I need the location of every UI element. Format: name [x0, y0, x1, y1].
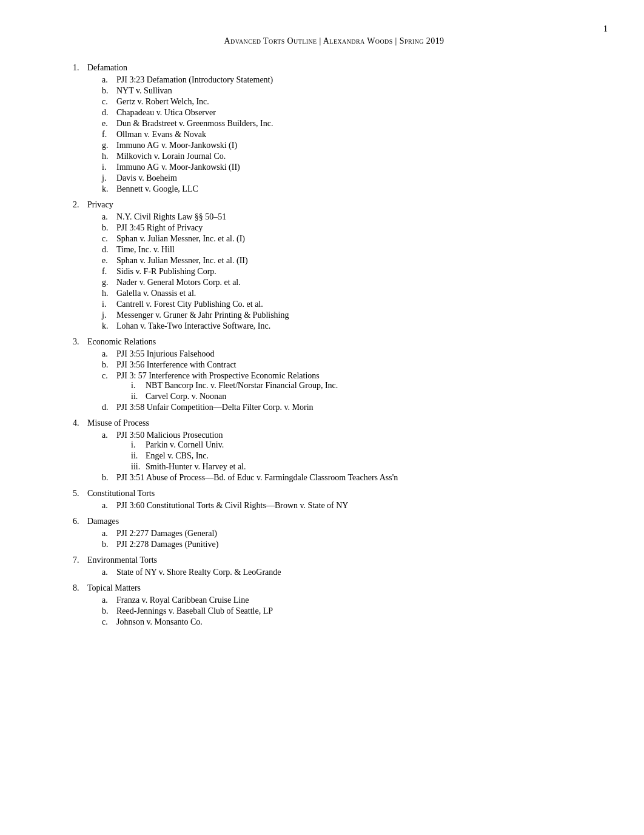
section-2-item-9: j.Messenger v. Gruner & Jahr Printing & …	[102, 310, 595, 320]
section-2-item-3: d.Time, Inc. v. Hill	[102, 245, 595, 255]
section-4-item-0: a.PJI 3:50 Malicious Prosecutioni.Parkin…	[102, 431, 595, 472]
section-2-title-text: Privacy	[87, 200, 595, 210]
section-8-title: 8.Topical Matters	[73, 583, 595, 593]
section-2-item-2-text: Sphan v. Julian Messner, Inc. et al. (I)	[116, 234, 595, 244]
section-8-item-2-text: Johnson v. Monsanto Co.	[116, 617, 595, 627]
section-4-item-0-text: PJI 3:50 Malicious Prosecution	[116, 431, 595, 440]
section-6-item-1-label: b.	[102, 540, 113, 549]
section-1-item-5-text: Ollman v. Evans & Novak	[116, 130, 595, 139]
section-2-item-10: k.Lohan v. Take-Two Interactive Software…	[102, 321, 595, 331]
section-2-item-8-text: Cantrell v. Forest City Publishing Co. e…	[116, 300, 595, 309]
section-6-title-text: Damages	[87, 517, 595, 526]
section-3: 3.Economic Relationsa.PJI 3:55 Injurious…	[73, 337, 595, 412]
section-4-title-text: Misuse of Process	[87, 418, 595, 428]
section-2-item-4: e.Sphan v. Julian Messner, Inc. et al. (…	[102, 256, 595, 266]
section-1-item-9-label: j.	[102, 173, 113, 183]
section-4: 4.Misuse of Processa.PJI 3:50 Malicious …	[73, 418, 595, 483]
section-7: 7.Environmental Tortsa.State of NY v. Sh…	[73, 555, 595, 577]
section-4-items: a.PJI 3:50 Malicious Prosecutioni.Parkin…	[102, 431, 595, 483]
section-1-item-8-label: i.	[102, 163, 113, 172]
section-2-number: 2.	[73, 200, 84, 210]
section-7-title: 7.Environmental Torts	[73, 555, 595, 565]
section-2-item-4-label: e.	[102, 256, 113, 266]
page-number: 1	[603, 24, 608, 34]
sub-1-text: Carvel Corp. v. Noonan	[146, 392, 595, 401]
section-3-item-0-text: PJI 3:55 Injurious Falsehood	[116, 349, 595, 359]
sub-2-label: iii.	[131, 462, 142, 472]
section-2-item-7-label: h.	[102, 289, 113, 298]
section-7-item-0-text: State of NY v. Shore Realty Corp. & LeoG…	[116, 568, 595, 577]
section-1-item-5: f.Ollman v. Evans & Novak	[102, 130, 595, 139]
section-4-item-1: b.PJI 3:51 Abuse of Process—Bd. of Educ …	[102, 473, 595, 483]
section-8-item-0: a.Franza v. Royal Caribbean Cruise Line	[102, 595, 595, 605]
section-5-title: 5.Constitutional Torts	[73, 489, 595, 498]
section-1-item-1-label: b.	[102, 86, 113, 96]
sub-0-label: i.	[131, 381, 142, 391]
section-4-title: 4.Misuse of Process	[73, 418, 595, 428]
section-7-items: a.State of NY v. Shore Realty Corp. & Le…	[102, 568, 595, 577]
section-1-items: a.PJI 3:23 Defamation (Introductory Stat…	[102, 75, 595, 194]
section-1-item-0-text: PJI 3:23 Defamation (Introductory Statem…	[116, 75, 595, 85]
section-4-item-1-text: PJI 3:51 Abuse of Process—Bd. of Educ v.…	[116, 473, 595, 483]
section-2-item-3-text: Time, Inc. v. Hill	[116, 245, 595, 255]
section-1-item-2-label: c.	[102, 97, 113, 107]
section-6-title: 6.Damages	[73, 517, 595, 526]
sub-0-text: Parkin v. Cornell Univ.	[146, 440, 595, 450]
section-8-item-1-text: Reed-Jennings v. Baseball Club of Seattl…	[116, 606, 595, 616]
section-2-item-9-label: j.	[102, 310, 113, 320]
section-2-item-1-text: PJI 3:45 Right of Privacy	[116, 223, 595, 233]
section-2-item-5: f.Sidis v. F-R Publishing Corp.	[102, 267, 595, 277]
section-2-title: 2.Privacy	[73, 200, 595, 210]
sub-1-text: Engel v. CBS, Inc.	[146, 451, 595, 461]
section-2-item-6-label: g.	[102, 278, 113, 287]
section-6-item-1: b.PJI 2:278 Damages (Punitive)	[102, 540, 595, 549]
section-3-item-2-sub-0: i.NBT Bancorp Inc. v. Fleet/Norstar Fina…	[131, 381, 595, 391]
section-1-item-0-label: a.	[102, 75, 113, 85]
section-1-item-6: g.Immuno AG v. Moor-Jankowski (I)	[102, 141, 595, 150]
section-8-item-2-label: c.	[102, 617, 113, 627]
section-1-item-4: e.Dun & Bradstreet v. Greenmoss Builders…	[102, 119, 595, 129]
section-2-item-0-text: N.Y. Civil Rights Law §§ 50–51	[116, 212, 595, 222]
main-outline: 1.Defamationa.PJI 3:23 Defamation (Intro…	[73, 63, 595, 627]
section-2-item-2: c.Sphan v. Julian Messner, Inc. et al. (…	[102, 234, 595, 244]
section-3-item-0-label: a.	[102, 349, 113, 359]
section-8-item-1: b.Reed-Jennings v. Baseball Club of Seat…	[102, 606, 595, 616]
section-2-item-10-label: k.	[102, 321, 113, 331]
section-2-item-7: h.Galella v. Onassis et al.	[102, 289, 595, 298]
section-1-item-6-text: Immuno AG v. Moor-Jankowski (I)	[116, 141, 595, 150]
section-1-item-8-text: Immuno AG v. Moor-Jankowski (II)	[116, 163, 595, 172]
section-3-item-1-label: b.	[102, 360, 113, 370]
section-1-item-4-label: e.	[102, 119, 113, 129]
section-3-title-text: Economic Relations	[87, 337, 595, 347]
section-3-item-3: d.PJI 3:58 Unfair Competition—Delta Filt…	[102, 403, 595, 412]
section-1: 1.Defamationa.PJI 3:23 Defamation (Intro…	[73, 63, 595, 194]
section-2-item-1: b.PJI 3:45 Right of Privacy	[102, 223, 595, 233]
section-1-item-8: i.Immuno AG v. Moor-Jankowski (II)	[102, 163, 595, 172]
section-8-item-0-text: Franza v. Royal Caribbean Cruise Line	[116, 595, 595, 605]
section-2-item-8-label: i.	[102, 300, 113, 309]
section-1-item-3: d.Chapadeau v. Utica Observer	[102, 108, 595, 118]
section-7-item-0-label: a.	[102, 568, 113, 577]
section-3-title: 3.Economic Relations	[73, 337, 595, 347]
section-2-item-8: i.Cantrell v. Forest City Publishing Co.…	[102, 300, 595, 309]
section-8-item-1-label: b.	[102, 606, 113, 616]
section-5-item-0-text: PJI 3:60 Constitutional Torts & Civil Ri…	[116, 501, 595, 511]
section-3-item-2-sub-1: ii.Carvel Corp. v. Noonan	[131, 392, 595, 401]
section-2-item-10-text: Lohan v. Take-Two Interactive Software, …	[116, 321, 595, 331]
section-8-title-text: Topical Matters	[87, 583, 595, 593]
section-1-item-1: b.NYT v. Sullivan	[102, 86, 595, 96]
section-1-item-3-label: d.	[102, 108, 113, 118]
section-5-item-0: a.PJI 3:60 Constitutional Torts & Civil …	[102, 501, 595, 511]
section-5: 5.Constitutional Tortsa.PJI 3:60 Constit…	[73, 489, 595, 511]
section-2-item-2-label: c.	[102, 234, 113, 244]
section-6-number: 6.	[73, 517, 84, 526]
section-5-item-0-label: a.	[102, 501, 113, 511]
section-1-item-6-label: g.	[102, 141, 113, 150]
section-4-item-0-subs: i.Parkin v. Cornell Univ.ii.Engel v. CBS…	[131, 440, 595, 472]
section-1-item-7-label: h.	[102, 152, 113, 161]
section-1-item-7-text: Milkovich v. Lorain Journal Co.	[116, 152, 595, 161]
section-1-item-2-text: Gertz v. Robert Welch, Inc.	[116, 97, 595, 107]
sub-2-text: Smith-Hunter v. Harvey et al.	[146, 462, 595, 472]
section-4-item-0-sub-0: i.Parkin v. Cornell Univ.	[131, 440, 595, 450]
section-6: 6.Damagesa.PJI 2:277 Damages (General)b.…	[73, 517, 595, 549]
